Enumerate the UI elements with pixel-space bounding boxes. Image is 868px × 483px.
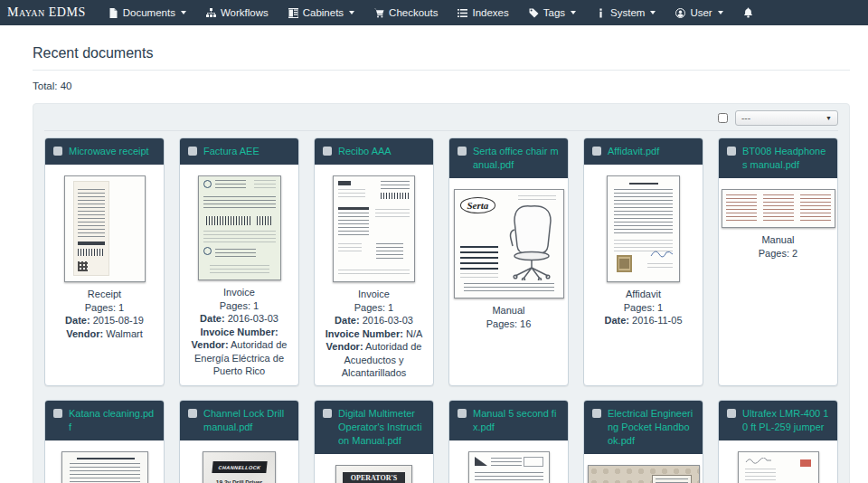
- navbar-item-checkouts[interactable]: Checkouts: [364, 0, 448, 25]
- document-select-checkbox[interactable]: [188, 147, 197, 156]
- document-thumbnail[interactable]: OPERATOR'SINSTRUCTION MANUAL: [335, 465, 412, 483]
- document-select-checkbox[interactable]: [458, 147, 467, 156]
- navbar-item-documents[interactable]: Documents: [99, 0, 196, 25]
- workflow-icon: [206, 8, 216, 18]
- document-title-link[interactable]: Microwave receipt: [69, 145, 149, 158]
- document-thumbnail[interactable]: [61, 451, 148, 483]
- document-thumbnail[interactable]: [468, 451, 550, 483]
- document-meta-line: Manual: [722, 233, 835, 247]
- navbar-item-tags[interactable]: Tags: [519, 0, 586, 25]
- document-select-checkbox[interactable]: [727, 147, 736, 156]
- document-meta-line: Pages: 1: [317, 301, 430, 315]
- document-select-checkbox[interactable]: [592, 147, 601, 156]
- document-select-checkbox[interactable]: [188, 409, 197, 418]
- document-meta-line: Pages: 1: [183, 299, 296, 313]
- document-card: Affidavit.pdfAffidavitPages: 1Date: 2016…: [583, 137, 703, 386]
- document-select-checkbox[interactable]: [53, 409, 62, 418]
- navbar-item-indexes[interactable]: Indexes: [448, 0, 518, 25]
- document-select-checkbox[interactable]: [53, 147, 62, 156]
- document-title-link[interactable]: Serta office chair manual.pdf: [473, 145, 560, 172]
- document-meta-line: Date: 2016-11-05: [587, 314, 700, 327]
- document-select-checkbox[interactable]: [458, 409, 467, 418]
- document-card-header: Affidavit.pdf: [584, 138, 703, 165]
- document-title-link[interactable]: Katana cleaning.pdf: [69, 407, 156, 434]
- tag-icon: [529, 8, 539, 18]
- document-card-header: Factura AEE: [180, 138, 298, 165]
- document-thumbnail[interactable]: [738, 451, 819, 483]
- chevron-down-icon: [718, 11, 723, 14]
- document-thumbnail[interactable]: [333, 175, 415, 282]
- documents-panel: --- ▼ Microwave receiptReceiptPages: 1Da…: [33, 103, 850, 483]
- chevron-down-icon: [181, 11, 186, 14]
- navbar-item-cabinets[interactable]: Cabinets: [278, 0, 364, 25]
- document-title-link[interactable]: Affidavit.pdf: [608, 145, 659, 158]
- document-select-checkbox[interactable]: [323, 147, 332, 156]
- document-card-header: Channel Lock Drill manual.pdf: [180, 401, 298, 440]
- document-card: Microwave receiptReceiptPages: 1Date: 20…: [44, 137, 165, 386]
- document-title-link[interactable]: Ultrafex LMR-400 10 ft PL-259 jumper: [742, 407, 829, 434]
- document-card-body: OPERATOR'SINSTRUCTION MANUAL: [315, 454, 433, 483]
- document-thumbnail[interactable]: [198, 175, 281, 280]
- document-card: Ultrafex LMR-400 10 ft PL-259 jumper: [718, 400, 838, 483]
- navbar-item-label: Checkouts: [389, 7, 438, 18]
- document-thumbnail[interactable]: CHANNELLOCK19.2v Drill Driver: [203, 451, 276, 483]
- panel-toolbar: --- ▼: [44, 109, 838, 126]
- document-meta-line: Pages: 16: [452, 317, 565, 331]
- navbar-item-user[interactable]: User: [665, 0, 732, 25]
- toolbar-divider: [44, 130, 838, 131]
- document-card: Factura AEEInvoicePages: 1Date: 2016-03-…: [179, 137, 299, 386]
- notifications-bell[interactable]: [733, 0, 763, 25]
- navbar-item-workflows[interactable]: Workflows: [196, 0, 278, 25]
- document-select-checkbox[interactable]: [727, 409, 736, 418]
- app-logo[interactable]: Mayan EDMS: [7, 5, 86, 20]
- document-thumbnail[interactable]: Serta: [454, 189, 564, 298]
- document-meta-line: Invoice: [183, 286, 296, 299]
- document-meta-line: Invoice: [317, 288, 430, 301]
- document-thumbnail[interactable]: [64, 175, 146, 282]
- actions-select[interactable]: --- ▼: [735, 110, 838, 126]
- document-thumbnail[interactable]: Electrical Engineering Pocket Handbook: [588, 465, 700, 483]
- user-icon: [675, 8, 685, 18]
- document-meta-line: Vendor: Autoridad de Energía Eléctrica d…: [183, 338, 296, 378]
- document-thumbnail[interactable]: [607, 175, 680, 282]
- select-all-checkbox[interactable]: [718, 113, 728, 123]
- document-select-checkbox[interactable]: [592, 409, 601, 418]
- document-meta-line: Receipt: [48, 288, 161, 301]
- document-meta-line: Date: 2016-03-03: [317, 314, 430, 327]
- document-card: Recibo AAAInvoicePages: 1Date: 2016-03-0…: [314, 137, 434, 386]
- total-count: Total: 40: [33, 80, 850, 91]
- document-title-link[interactable]: Factura AEE: [203, 145, 259, 158]
- list-icon: [458, 8, 467, 18]
- document-title-link[interactable]: Digital Multimeter Operator's Instructio…: [338, 407, 425, 448]
- document-title-link[interactable]: Manual 5 second fix.pdf: [473, 407, 560, 434]
- document-meta-line: Pages: 2: [722, 247, 835, 260]
- navbar-item-label: Indexes: [472, 7, 508, 18]
- document-meta-line: Date: 2015-08-19: [48, 314, 161, 327]
- document-title-link[interactable]: Channel Lock Drill manual.pdf: [203, 407, 290, 434]
- chevron-down-icon: [571, 11, 576, 14]
- navbar-item-label: System: [610, 7, 645, 18]
- document-card-body: Electrical Engineering Pocket Handbook: [584, 454, 703, 483]
- document-title-link[interactable]: Recibo AAA: [338, 145, 392, 158]
- document-icon: [108, 8, 118, 18]
- document-card-body: [719, 440, 837, 483]
- document-card: Electrical Engineering Pocket Handbook.p…: [583, 400, 703, 483]
- document-title-link[interactable]: Electrical Engineering Pocket Handbook.p…: [608, 407, 694, 448]
- navbar-item-system[interactable]: System: [586, 0, 665, 25]
- navbar-item-label: Cabinets: [303, 7, 344, 18]
- document-card-body: ManualPages: 2: [719, 178, 837, 385]
- document-card: Manual 5 second fix.pdf: [448, 400, 569, 483]
- document-card: Serta office chair manual.pdfSertaManual…: [448, 137, 569, 386]
- navbar-item-label: Workflows: [221, 7, 269, 18]
- document-title-link[interactable]: BT008 Headphones manual.pdf: [742, 145, 829, 172]
- select-caret-icon: ▼: [826, 115, 832, 121]
- document-card-body: [449, 440, 568, 483]
- document-thumbnail[interactable]: [722, 189, 835, 228]
- document-card-header: Electrical Engineering Pocket Handbook.p…: [584, 401, 703, 454]
- document-select-checkbox[interactable]: [323, 409, 332, 418]
- document-meta-line: Affidavit: [587, 288, 700, 301]
- document-meta-line: Invoice Number: N/A: [317, 327, 430, 341]
- document-card-body: SertaManualPages: 16: [449, 178, 568, 385]
- bell-icon: [743, 7, 753, 18]
- document-card-header: BT008 Headphones manual.pdf: [719, 138, 837, 178]
